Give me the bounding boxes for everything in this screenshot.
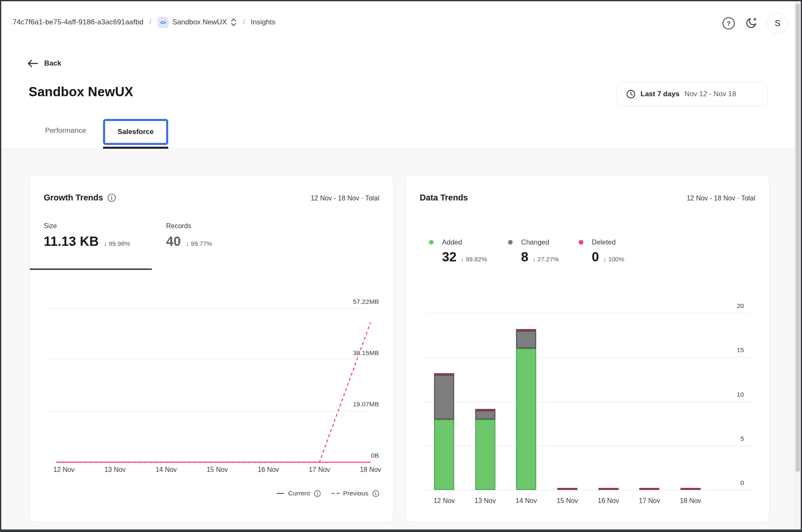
breadcrumb-environment[interactable]: <> Sandbox NewUX	[157, 17, 237, 28]
x-axis-label: 17 Nov	[630, 497, 668, 505]
y-axis-label: 10	[685, 391, 744, 398]
code-brackets-icon: <>	[157, 17, 169, 28]
data-trends-card: Data Trends 12 Nov - 18 Nov · Total Adde…	[405, 175, 770, 522]
breadcrumb-project-id[interactable]: 74c7f6a1-be75-4aff-9186-a3ac691aafbd	[13, 18, 143, 26]
bar-deleted-cap	[475, 409, 495, 411]
x-axis-label: 17 Nov	[301, 466, 339, 474]
x-axis-label: 13 Nov	[96, 466, 134, 474]
bar-added-segment	[475, 419, 495, 490]
growth-line-chart: 0B19.07MB38.15MB57.22MB12 Nov13 Nov14 No…	[30, 175, 393, 522]
y-axis-label: 57.22MB	[320, 298, 379, 306]
x-axis-label: 15 Nov	[199, 466, 236, 474]
y-axis-label: 19.07MB	[320, 400, 379, 408]
x-axis-label: 14 Nov	[507, 497, 545, 505]
y-axis-label: 15	[685, 346, 744, 354]
legend-previous: Previous	[332, 490, 379, 497]
back-label: Back	[44, 59, 61, 68]
bar-deleted-cap	[639, 488, 659, 490]
date-filter-label: Last 7 days	[641, 90, 680, 98]
info-icon[interactable]	[372, 490, 379, 497]
gridline	[424, 402, 751, 402]
y-axis-label: 0	[685, 479, 744, 487]
bar-added-segment	[434, 419, 454, 490]
gridline	[424, 357, 751, 358]
x-axis-label: 18 Nov	[672, 497, 709, 505]
back-button[interactable]: Back	[27, 59, 61, 68]
tab-salesforce[interactable]: Salesforce	[103, 119, 168, 145]
gridline	[424, 446, 751, 446]
tab-performance[interactable]: Performance	[39, 126, 92, 135]
x-axis-label: 16 Nov	[590, 497, 627, 505]
bar-deleted-cap	[557, 488, 577, 490]
bar-added-segment	[516, 348, 536, 490]
bar-deleted-cap	[598, 488, 619, 490]
info-icon[interactable]	[314, 490, 321, 497]
bar-changed-segment	[434, 375, 454, 419]
arrow-left-icon	[27, 59, 38, 68]
help-icon[interactable]: ?	[722, 16, 735, 30]
breadcrumb: 74c7f6a1-be75-4aff-9186-a3ac691aafbd / <…	[13, 13, 275, 32]
x-axis-label: 15 Nov	[548, 497, 586, 505]
y-axis-label: 20	[685, 302, 744, 310]
scrollbar-thumb[interactable]	[796, 3, 800, 472]
dashed-line-swatch	[332, 493, 339, 494]
breadcrumb-separator: /	[243, 18, 245, 26]
x-axis-label: 12 Nov	[425, 497, 463, 505]
header-actions: ? S	[722, 13, 788, 34]
active-tab-indicator	[103, 147, 168, 149]
page-header: 74c7f6a1-be75-4aff-9186-a3ac691aafbd / <…	[1, 1, 801, 149]
breadcrumb-env-name: Sandbox NewUX	[172, 18, 227, 26]
dark-mode-moon-icon[interactable]	[744, 16, 758, 30]
vertical-scrollbar[interactable]	[794, 1, 801, 529]
bar-changed-segment	[475, 411, 495, 419]
svg-text:?: ?	[726, 20, 730, 27]
y-axis-label: 38.15MB	[320, 349, 379, 357]
x-axis-label: 18 Nov	[352, 466, 389, 474]
growth-trends-card: Growth Trends 12 Nov - 18 Nov · Total Si…	[29, 175, 394, 522]
bar-changed-segment	[516, 331, 536, 348]
growth-chart-legend: Current Previous	[277, 490, 379, 497]
gridline	[46, 411, 367, 411]
avatar-initial: S	[775, 18, 781, 28]
x-axis-label: 16 Nov	[249, 466, 287, 474]
gridline	[424, 313, 751, 313]
y-axis-label: 5	[685, 435, 744, 442]
legend-current: Current	[277, 490, 321, 497]
gridline	[46, 360, 367, 360]
series-previous	[56, 322, 371, 462]
page-title: Sandbox NewUX	[29, 84, 133, 100]
app-window: 74c7f6a1-be75-4aff-9186-a3ac691aafbd / <…	[0, 0, 802, 532]
clock-icon	[626, 90, 635, 99]
date-range-filter[interactable]: Last 7 days Nov 12 - Nov 18	[617, 82, 768, 106]
x-axis-label: 13 Nov	[466, 497, 504, 505]
breadcrumb-page[interactable]: Insights	[251, 18, 275, 26]
gridline	[46, 308, 367, 309]
x-axis-label: 14 Nov	[147, 466, 185, 474]
solid-line-swatch	[277, 493, 284, 494]
user-avatar[interactable]: S	[767, 13, 788, 34]
x-axis-label: 12 Nov	[45, 466, 83, 474]
bar-deleted-cap	[516, 329, 536, 331]
date-filter-range: Nov 12 - Nov 18	[685, 90, 736, 98]
y-axis-label: 0B	[320, 452, 379, 459]
bar-deleted-cap	[434, 373, 454, 375]
env-switcher-chevrons-icon[interactable]	[230, 18, 237, 27]
gridline	[424, 490, 751, 490]
breadcrumb-separator: /	[149, 18, 151, 26]
bar-deleted-cap	[680, 488, 701, 490]
data-stacked-bar-chart: 0510152012 Nov13 Nov14 Nov15 Nov16 Nov17…	[406, 175, 769, 522]
